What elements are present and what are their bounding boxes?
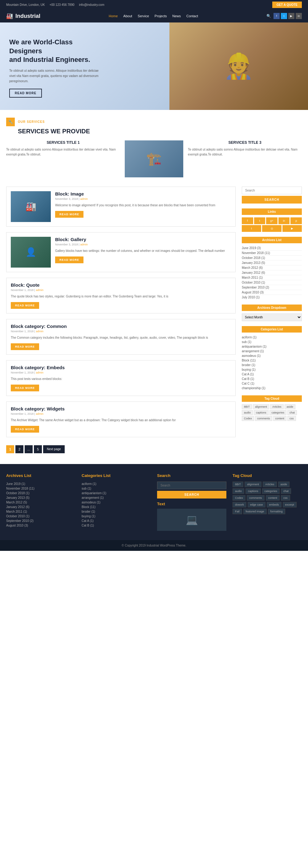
tag-alignment[interactable]: alignment — [253, 404, 269, 409]
archive-item[interactable]: October 2010 (1) — [242, 280, 302, 285]
ftag-articles[interactable]: Articles — [263, 482, 277, 487]
link-googleplus[interactable]: g+ — [266, 217, 278, 224]
footer-category-item[interactable]: buying (1) — [82, 514, 151, 519]
ftag-comments[interactable]: comments — [247, 495, 265, 501]
link-twitter[interactable]: t — [254, 217, 266, 224]
nav-home[interactable]: Home — [109, 14, 118, 18]
footer-category-item[interactable]: Cat B (1) — [82, 523, 151, 528]
nav-about[interactable]: About — [123, 14, 132, 18]
category-item[interactable]: Block (11) — [242, 358, 302, 363]
category-item[interactable]: buying (1) — [242, 367, 302, 372]
hero-read-more-button[interactable]: READ MORE — [9, 89, 42, 98]
ftag-dowork[interactable]: dowork — [233, 502, 246, 507]
sidebar-search-button[interactable]: SEARCH — [242, 196, 302, 204]
post-3-read-more[interactable]: READ MORE — [11, 302, 39, 309]
page-2-button[interactable]: 2 — [16, 445, 23, 453]
category-item[interactable]: asmodeus (1) — [242, 353, 302, 358]
archive-item[interactable]: July 2010 (1) — [242, 295, 302, 300]
tag-categories[interactable]: categories — [270, 410, 287, 415]
ftag-audio[interactable]: audio — [233, 488, 244, 494]
link-linkedin[interactable]: in — [278, 217, 290, 224]
link-youtube[interactable]: ▶ — [282, 225, 302, 232]
footer-category-item[interactable]: sub (1) — [82, 486, 151, 491]
tag-comments[interactable]: comments — [255, 416, 272, 421]
ftag-chat[interactable]: chat — [281, 488, 291, 494]
facebook-icon[interactable]: f — [274, 13, 280, 19]
ftag-css[interactable]: css — [281, 495, 290, 501]
post-2-read-more[interactable]: READ MORE — [55, 256, 84, 263]
ftag-captions[interactable]: captions — [245, 488, 261, 494]
archive-item[interactable]: March 2012 (6) — [242, 266, 302, 270]
category-item[interactable]: broder (1) — [242, 363, 302, 367]
tag-css[interactable]: css — [287, 416, 296, 421]
archive-item[interactable]: January 2012 (6) — [242, 270, 302, 275]
footer-archive-item[interactable]: March 2012 (5) — [6, 500, 75, 505]
page-1-button[interactable]: 1 — [6, 445, 14, 453]
footer-archive-item[interactable]: January 2012 (6) — [6, 505, 75, 509]
archive-item[interactable]: November 2018 (11) — [242, 251, 302, 255]
ftag-aside[interactable]: aside — [278, 482, 290, 487]
category-item[interactable]: Cat C (1) — [242, 381, 302, 386]
footer-category-item[interactable]: arrangement (1) — [82, 495, 151, 500]
tag-aside[interactable]: aside — [285, 404, 296, 409]
tag-content[interactable]: content — [273, 416, 287, 421]
category-item[interactable]: sub (1) — [242, 340, 302, 344]
nav-projects[interactable]: Projects — [155, 14, 167, 18]
page-dots-button[interactable]: ... — [25, 445, 33, 453]
archive-item[interactable]: September 2010 (2) — [242, 285, 302, 290]
twitter-icon[interactable]: t — [281, 13, 287, 19]
ftag-embeds[interactable]: embeds — [267, 502, 281, 507]
footer-category-item[interactable]: broder (1) — [82, 509, 151, 514]
link-tumblr[interactable]: t — [242, 225, 261, 232]
category-item[interactable]: Cat B (1) — [242, 377, 302, 381]
tag-8bit[interactable]: 8BIT — [242, 404, 252, 409]
ftag-categories[interactable]: categories — [262, 488, 280, 494]
footer-category-item[interactable]: Block (11) — [82, 505, 151, 509]
footer-archive-item[interactable]: September 2010 (2) — [6, 519, 75, 523]
footer-category-item[interactable]: antiquarianism (1) — [82, 491, 151, 495]
link-facebook[interactable]: f — [242, 217, 253, 224]
ftag-codex[interactable]: Codex — [233, 495, 245, 501]
tag-audio[interactable]: audio — [242, 410, 253, 415]
get-quote-button[interactable]: GET A QUOTE — [272, 2, 302, 8]
category-item[interactable]: championship (1) — [242, 386, 302, 391]
link-pinterest[interactable]: p — [290, 217, 302, 224]
ftag-alignment[interactable]: alignment — [245, 482, 261, 487]
category-item[interactable]: antiquarianism (1) — [242, 344, 302, 349]
footer-category-item[interactable]: aciform (1) — [82, 482, 151, 486]
archive-item[interactable]: October 2018 (1) — [242, 255, 302, 260]
footer-category-item[interactable]: Cat A (1) — [82, 519, 151, 523]
linkedin-icon[interactable]: in — [296, 13, 302, 19]
tag-codex[interactable]: Codex — [242, 416, 254, 421]
footer-archive-item[interactable]: October 2018 (1) — [6, 491, 75, 495]
sidebar-search-input[interactable] — [242, 187, 302, 194]
nav-contact[interactable]: Contact — [186, 14, 198, 18]
post-1-read-more[interactable]: READ MORE — [55, 211, 84, 218]
archives-dropdown-select[interactable]: Select Month — [242, 313, 302, 321]
post-6-read-more[interactable]: READ MORE — [11, 426, 39, 433]
post-5-read-more[interactable]: READ MORE — [11, 384, 39, 391]
footer-archive-item[interactable]: October 2010 (1) — [6, 514, 75, 519]
search-icon[interactable]: 🔍 — [267, 14, 271, 18]
ftag-fail[interactable]: Fail — [233, 509, 242, 514]
tag-chat[interactable]: chat — [287, 410, 297, 415]
tag-articles[interactable]: Articles — [270, 404, 284, 409]
archive-item[interactable]: March 2011 (1) — [242, 275, 302, 280]
footer-search-button[interactable]: SEARCH — [157, 491, 226, 498]
footer-archive-item[interactable]: November 2018 (11) — [6, 486, 75, 491]
ftag-edge-case[interactable]: edge case — [248, 502, 266, 507]
footer-search-input[interactable] — [157, 482, 226, 489]
archive-item[interactable]: August 2010 (3) — [242, 290, 302, 295]
ftag-8bit[interactable]: 8BIT — [233, 482, 243, 487]
footer-archive-item[interactable]: June 2019 (1) — [6, 482, 75, 486]
ftag-formatting[interactable]: formatting — [268, 509, 285, 514]
footer-category-item[interactable]: asmodeus (1) — [82, 500, 151, 505]
category-item[interactable]: Cat A (1) — [242, 372, 302, 377]
ftag-featured-image[interactable]: featured image — [243, 509, 267, 514]
archive-item[interactable]: June 2019 (3) — [242, 246, 302, 251]
next-page-button[interactable]: Next page — [43, 445, 65, 453]
ftag-content[interactable]: content — [266, 495, 280, 501]
footer-archive-item[interactable]: January 2013 (5) — [6, 495, 75, 500]
category-item[interactable]: aciform (1) — [242, 335, 302, 340]
footer-archive-item[interactable]: August 2010 (3) — [6, 523, 75, 528]
